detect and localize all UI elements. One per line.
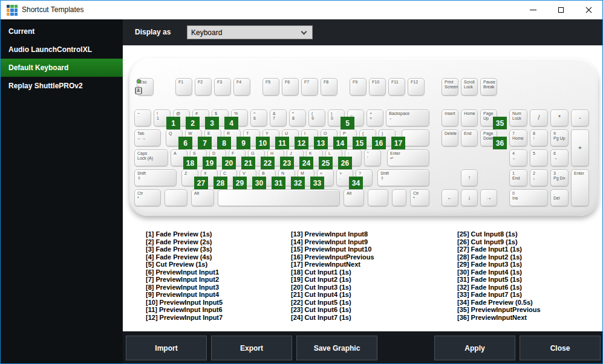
- key-6: 6→: [550, 149, 569, 166]
- legend-item: [36] PreviewInputNext: [457, 314, 541, 322]
- sidebar-item-current[interactable]: Current: [1, 22, 123, 41]
- shortcut-badge-4: 4: [224, 117, 238, 129]
- legend-item: [29] Fade Input3 (1s): [457, 261, 541, 268]
- key-ctrl-right: Ctr*: [410, 189, 429, 206]
- key-5: 5: [530, 149, 548, 166]
- shortcut-badge-29: 29: [233, 177, 247, 189]
- legend-item: [35] PreviewInputPrevious: [457, 306, 541, 314]
- key-f7: F7: [301, 78, 318, 96]
- legend-item: [2] Fade Preview (2s): [146, 238, 223, 246]
- shortcut-badge-32: 32: [291, 177, 305, 189]
- shortcut-badge-12: 12: [295, 137, 308, 149]
- legend-item: [16] PreviewInputPrevious: [291, 253, 374, 261]
- key-2: 2↓: [530, 169, 548, 186]
- sidebar-item-audio-launchcontrolxl[interactable]: Audio LaunchControlXL: [1, 41, 123, 59]
- key-menu: [392, 189, 406, 206]
- key-win-left: [165, 189, 187, 206]
- key-scroll-lock: ScrollLock: [461, 78, 478, 96]
- key-alt-right: Alt: [344, 189, 364, 206]
- legend-item: [27] Fade Input1 (1s): [457, 245, 541, 253]
- close-button[interactable]: Close: [520, 336, 601, 360]
- key-insert: Insert: [442, 109, 458, 126]
- legend-item: [14] PreviewInput Input9: [291, 238, 374, 246]
- legend-item: [22] Cut Input5 (1s): [291, 299, 374, 307]
- key-9-pg-up: 9Pg Up: [550, 129, 569, 146]
- key-num-lock: NumLock: [509, 109, 527, 126]
- key-4: 4←: [509, 149, 527, 166]
- shortcut-badge-3: 3: [205, 117, 219, 129]
- legend: [1] Fade Preview (1s)[2] Fade Preview (2…: [123, 230, 602, 331]
- app-grid-square: [10, 13, 13, 16]
- minimize-button[interactable]: [519, 1, 547, 19]
- shortcut-badge-1: 1: [166, 117, 180, 129]
- legend-item: [32] Fade Input6 (1s): [457, 284, 541, 291]
- content-panel: EscF1F2F3F4F5F6F7F8F9F10F11F12PrintScree…: [123, 45, 602, 331]
- key-numpad-plus: +: [571, 129, 589, 166]
- legend-item: [26] Cut Input9 (1s): [457, 238, 541, 246]
- shortcut-badge-10: 10: [256, 137, 270, 149]
- shortcut-templates-window: Shortcut Templates CurrentAudio LaunchCo…: [0, 0, 603, 364]
- app-grid-square: [15, 5, 18, 8]
- sidebar-item-default-keyboard[interactable]: Default Keyboard: [1, 59, 123, 77]
- import-button[interactable]: Import: [126, 336, 207, 360]
- legend-item: [33] Fade Input7 (1s): [457, 291, 541, 299]
- key-shift-right: Shift⇧: [377, 169, 429, 186]
- shortcut-badge-14: 14: [333, 137, 347, 149]
- shortcut-badge-20: 20: [222, 157, 236, 169]
- save-graphic-button[interactable]: Save Graphic: [296, 336, 377, 360]
- export-button[interactable]: Export: [211, 336, 292, 360]
- key-space: [218, 189, 340, 206]
- legend-item: [30] Fade Input4 (1s): [457, 268, 541, 276]
- key-f5: F5: [262, 78, 279, 96]
- key-f1: F1: [175, 78, 192, 96]
- shortcut-badge-2: 2: [186, 117, 200, 129]
- app-grid-square: [10, 5, 13, 8]
- shortcut-badge-24: 24: [299, 157, 313, 169]
- legend-item: [13] PreviewInput Input8: [291, 230, 374, 238]
- footer: ImportExportSave GraphicApplyClose: [123, 331, 602, 363]
- key-f9: F9: [350, 78, 367, 96]
- app-grid-square: [10, 8, 13, 11]
- shortcut-badge-6: 6: [178, 137, 192, 149]
- app-grid-square: [7, 8, 10, 11]
- key-7: &7: [270, 109, 287, 126]
- legend-item: [31] Fade Input5 (1s): [457, 276, 541, 284]
- key-blank: ~`: [134, 109, 151, 126]
- key-f10: F10: [369, 78, 386, 96]
- sidebar-item-replay-shuttleprov2[interactable]: Replay ShuttlePROv2: [1, 77, 123, 95]
- shortcut-badge-36: 36: [493, 137, 507, 149]
- legend-item: [18] Cut Input1 (1s): [291, 268, 374, 276]
- legend-item: [4] Fade Preview (4s): [146, 253, 223, 261]
- key-arrow-down: ↓: [461, 189, 478, 206]
- legend-item: [3] Fade Preview (3s): [146, 245, 223, 253]
- apply-button[interactable]: Apply: [434, 336, 515, 360]
- key-f6: F6: [282, 78, 299, 96]
- display-as-value: Keyboard: [187, 28, 302, 37]
- display-as-select[interactable]: Keyboard: [187, 25, 313, 39]
- chevron-down-icon: [301, 28, 307, 34]
- maximize-button[interactable]: [547, 1, 575, 19]
- key-blank: "': [364, 149, 381, 166]
- legend-item: [1] Fade Preview (1s): [146, 230, 223, 238]
- legend-item: [24] Cut Input7 (1s): [291, 314, 374, 322]
- shortcut-badge-33: 33: [310, 177, 324, 189]
- shortcut-badge-19: 19: [203, 157, 217, 169]
- led-indicator-3: ⇩: [129, 79, 148, 91]
- close-button[interactable]: [575, 1, 602, 19]
- shortcut-badge-7: 7: [198, 137, 212, 149]
- led-icon: ⇩: [129, 85, 148, 91]
- legend-item: [25] Cut Input8 (1s): [457, 230, 541, 238]
- app-grid-square: [15, 13, 18, 16]
- legend-column-2: [13] PreviewInput Input8[14] PreviewInpu…: [291, 230, 374, 321]
- key-numpad-0: 0Ins: [509, 189, 548, 206]
- key-print-screen: PrintScreen: [442, 78, 458, 96]
- shortcut-badge-26: 26: [338, 157, 352, 169]
- legend-item: [9] PreviewInput Input4: [146, 291, 223, 299]
- shortcut-badge-5: 5: [341, 117, 354, 129]
- key-f12: F12: [408, 78, 425, 96]
- legend-item: [11] PreviewInput Input6: [146, 306, 223, 314]
- shortcut-badge-23: 23: [280, 157, 294, 169]
- maximize-icon: [558, 7, 564, 13]
- shortcut-badge-11: 11: [275, 137, 289, 149]
- shortcut-badge-18: 18: [183, 157, 197, 169]
